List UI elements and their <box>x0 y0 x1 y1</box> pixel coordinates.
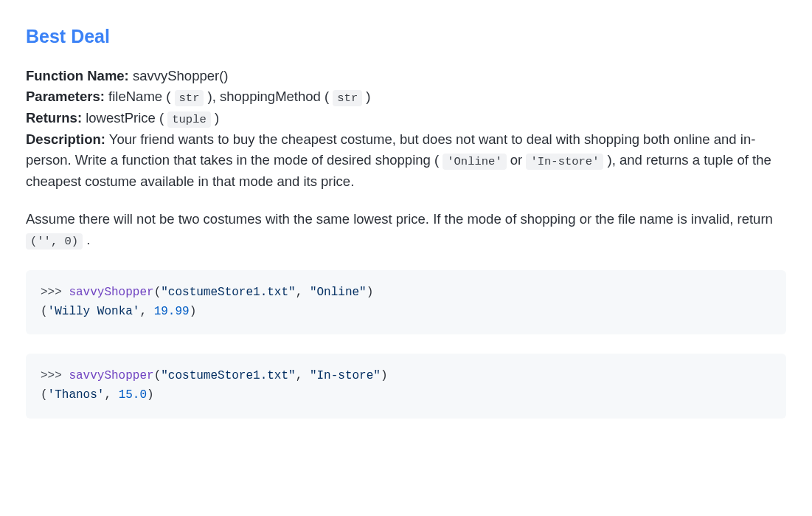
param2-type: str <box>333 90 362 106</box>
assumption-lead: Assume there will not be two costumes wi… <box>26 211 773 227</box>
code-example-1: >>> savvyShopper("costumeStore1.txt", "O… <box>26 270 786 334</box>
repl-prompt: >>> <box>41 369 69 382</box>
call-func: savvyShopper <box>69 369 153 382</box>
out-string: 'Willy Wonka' <box>48 305 140 318</box>
call-rparen: ) <box>367 286 374 299</box>
returns-type: tuple <box>167 111 211 128</box>
call-arg1: "costumeStore1.txt" <box>161 369 295 382</box>
code-example-2: >>> savvyShopper("costumeStore1.txt", "I… <box>26 354 786 418</box>
assumption-paragraph: Assume there will not be two costumes wi… <box>26 209 786 251</box>
description-label: Description: <box>26 131 105 147</box>
call-comma: , <box>296 286 310 299</box>
call-rparen: ) <box>381 369 388 382</box>
returns-label: Returns: <box>26 110 82 125</box>
out-lparen: ( <box>41 388 48 402</box>
description-paragraph: Description: Your friend wants to buy th… <box>26 129 786 193</box>
section-title: Best Deal <box>26 22 786 51</box>
call-func: savvyShopper <box>69 286 153 299</box>
desc-or: or <box>510 152 522 168</box>
call-lparen: ( <box>154 286 162 299</box>
parameters-label: Parameters: <box>26 89 105 104</box>
parameters-line: Parameters: fileName ( str ), shoppingMe… <box>26 86 786 108</box>
out-rparen: ) <box>190 305 197 318</box>
function-name-line: Function Name: savvyShopper() <box>26 66 786 87</box>
param1-type: str <box>175 90 204 106</box>
param2-name: shoppingMethod <box>220 89 321 104</box>
out-string: 'Thanos' <box>48 388 105 402</box>
call-arg2: "In-store" <box>310 369 381 382</box>
desc-opt-instore: 'In-store' <box>526 154 603 170</box>
param1-name: fileName <box>108 89 162 104</box>
out-number: 15.0 <box>119 388 147 402</box>
call-arg2: "Online" <box>310 286 367 299</box>
call-comma: , <box>296 369 310 382</box>
out-lparen: ( <box>41 305 48 318</box>
assumption-tail: . <box>86 232 90 247</box>
call-lparen: ( <box>154 369 162 382</box>
function-name-label: Function Name: <box>26 68 129 83</box>
call-arg1: "costumeStore1.txt" <box>161 286 295 299</box>
out-number: 19.99 <box>154 305 190 318</box>
repl-prompt: >>> <box>41 286 69 299</box>
function-name-value: savvyShopper() <box>133 68 229 83</box>
returns-line: Returns: lowestPrice ( tuple ) <box>26 108 786 129</box>
out-comma: , <box>104 388 118 402</box>
desc-opt-online: 'Online' <box>443 154 506 170</box>
out-rparen: ) <box>147 388 154 402</box>
returns-name: lowestPrice <box>86 110 156 125</box>
out-comma: , <box>139 305 153 318</box>
assumption-retval: ('', 0) <box>26 233 83 250</box>
